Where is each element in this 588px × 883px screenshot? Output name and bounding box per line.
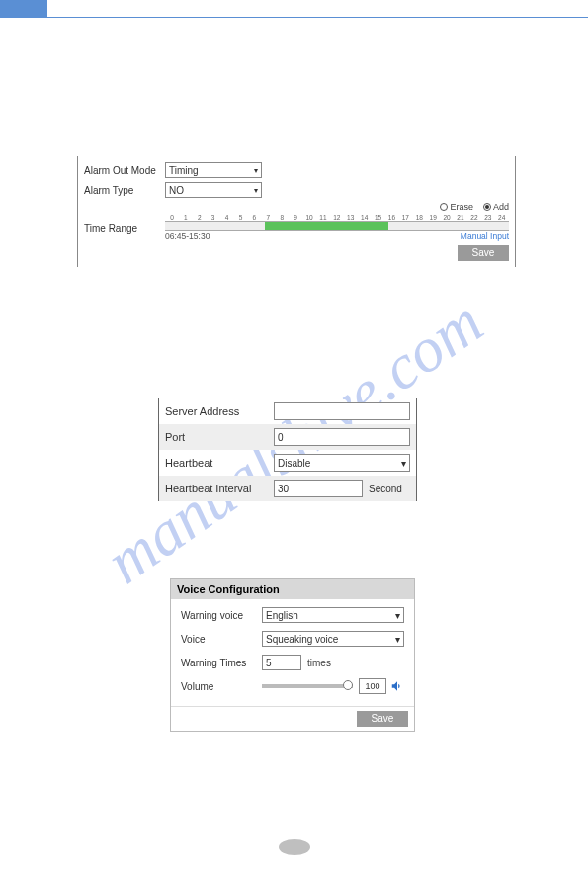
tick: 16 <box>385 214 399 221</box>
warning-times-input[interactable]: 5 <box>262 655 301 670</box>
warning-voice-value: English <box>266 610 298 621</box>
tick: 6 <box>247 214 261 221</box>
chevron-down-icon: ▾ <box>401 458 406 469</box>
alarm-out-mode-value: Timing <box>169 165 199 176</box>
tick: 14 <box>358 214 372 221</box>
server-address-input[interactable] <box>274 402 410 420</box>
timeline[interactable]: 0 1 2 3 4 5 6 7 8 9 10 11 12 13 14 15 16 <box>165 214 509 241</box>
tick: 24 <box>495 214 509 221</box>
alarm-out-mode-label: Alarm Out Mode <box>84 165 165 176</box>
warning-voice-select[interactable]: English ▾ <box>262 607 404 623</box>
tick: 22 <box>467 214 481 221</box>
tick: 20 <box>440 214 454 221</box>
volume-label: Volume <box>181 681 262 692</box>
tick: 3 <box>207 214 220 221</box>
heartbeat-label: Heartbeat <box>165 457 274 469</box>
alarm-type-value: NO <box>169 185 184 196</box>
radio-icon <box>483 203 491 211</box>
erase-label: Erase <box>450 202 473 212</box>
erase-radio[interactable]: Erase <box>440 202 473 212</box>
radio-icon <box>440 203 448 211</box>
tick: 23 <box>481 214 495 221</box>
top-bar <box>0 0 588 18</box>
heartbeat-value: Disable <box>278 458 310 469</box>
alarm-panel: Alarm Out Mode Timing ▾ Alarm Type NO ▾ … <box>77 156 516 267</box>
voice-value: Squeaking voice <box>266 634 338 645</box>
top-tab <box>0 0 47 17</box>
alarm-type-select[interactable]: NO ▾ <box>165 182 262 198</box>
time-range-label: Time Range <box>84 214 165 234</box>
tick: 21 <box>454 214 467 221</box>
tick: 10 <box>302 214 316 221</box>
voice-panel: Voice Configuration Warning voice Englis… <box>170 578 415 732</box>
server-panel: Server Address Port 0 Heartbeat Disable … <box>158 398 417 501</box>
tick: 1 <box>179 214 193 221</box>
speaker-icon[interactable] <box>390 679 404 693</box>
save-button[interactable]: Save <box>458 245 509 261</box>
chevron-down-icon: ▾ <box>254 186 258 195</box>
timeline-ticks: 0 1 2 3 4 5 6 7 8 9 10 11 12 13 14 15 16 <box>165 214 509 222</box>
tick: 13 <box>344 214 358 221</box>
alarm-out-mode-select[interactable]: Timing ▾ <box>165 162 262 178</box>
volume-value-input[interactable]: 100 <box>359 678 386 694</box>
port-input[interactable]: 0 <box>274 428 410 446</box>
time-range-value: 06:45-15:30 <box>165 231 210 241</box>
tick: 12 <box>330 214 344 221</box>
tick: 17 <box>398 214 412 221</box>
warning-times-unit: times <box>307 658 331 668</box>
heartbeat-select[interactable]: Disable ▾ <box>274 454 410 472</box>
tick: 8 <box>275 214 289 221</box>
tick: 19 <box>426 214 440 221</box>
voice-title: Voice Configuration <box>171 579 414 599</box>
slider-knob[interactable] <box>343 680 353 690</box>
timeline-fill <box>265 222 388 230</box>
tick: 2 <box>193 214 207 221</box>
chevron-down-icon: ▾ <box>254 166 258 175</box>
voice-select[interactable]: Squeaking voice ▾ <box>262 631 404 647</box>
manual-input-link[interactable]: Manual Input <box>461 231 509 241</box>
tick: 5 <box>234 214 248 221</box>
server-address-label: Server Address <box>165 405 274 417</box>
tick: 11 <box>316 214 330 221</box>
alarm-type-label: Alarm Type <box>84 185 165 196</box>
tick: 0 <box>165 214 179 221</box>
volume-slider[interactable] <box>262 684 353 688</box>
warning-voice-label: Warning voice <box>181 610 262 621</box>
timeline-bar[interactable] <box>165 222 509 231</box>
tick: 7 <box>261 214 275 221</box>
interval-unit: Second <box>369 484 402 494</box>
save-button[interactable]: Save <box>357 711 408 727</box>
heartbeat-interval-label: Heartbeat Interval <box>165 483 274 494</box>
heartbeat-interval-input[interactable]: 30 <box>274 480 363 497</box>
tick: 9 <box>289 214 302 221</box>
tick: 18 <box>412 214 426 221</box>
add-label: Add <box>493 202 509 212</box>
port-label: Port <box>165 431 274 443</box>
voice-label: Voice <box>181 634 262 645</box>
page-indicator <box>279 839 310 855</box>
chevron-down-icon: ▾ <box>395 610 400 621</box>
tick: 15 <box>372 214 385 221</box>
tick: 4 <box>220 214 234 221</box>
warning-times-label: Warning Times <box>181 658 262 668</box>
add-radio[interactable]: Add <box>483 202 509 212</box>
chevron-down-icon: ▾ <box>395 634 400 645</box>
